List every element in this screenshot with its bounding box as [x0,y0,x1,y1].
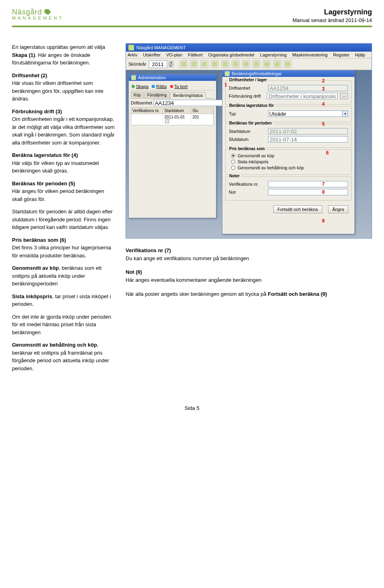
ver-label: Verifikations nr. [229,182,266,187]
leaf-icon [44,7,52,16]
heading-6: Pris beräknas som (6) [12,237,66,243]
toolbar: Skördeår ◄► [126,58,372,70]
plus-icon [132,85,135,88]
ratta-button[interactable]: Rätta [152,84,166,89]
admin-drift-label: Driftsenhet [131,100,152,105]
admin-title: Administration [138,75,166,80]
toolbar-icon-6[interactable] [232,60,240,68]
left-column: En lagerstatus upprättas genom att välja… [12,43,116,377]
menu-register[interactable]: Register [333,52,350,57]
settings-drift-value [268,85,348,91]
heading-4: Beräkna lagerstatus för (4) [12,152,78,158]
group-driftsenheter: Driftsenheter / lager Driftsenhet Förbru… [225,80,352,104]
right-column: Näsgård MANAGEMENT Arkiv Utskrifter VO-p… [126,43,372,377]
admin-drift-combo[interactable]: ▾ [154,100,229,106]
settings-title: Beräkningsförutsättningar [232,71,282,76]
year-input[interactable] [149,60,167,68]
toolbar-icon-5[interactable] [221,60,229,68]
tab-kop[interactable]: Köp [131,92,144,98]
admin-window-icon [131,75,136,80]
toolbar-icon-4[interactable] [211,60,219,68]
typ-label: Typ [229,111,266,116]
menu-lagerstyrning[interactable]: Lagerstyrning [260,52,287,57]
settings-forb-value[interactable] [267,93,338,99]
toolbar-icon-7[interactable] [242,60,250,68]
menu-hjalp[interactable]: Hjälp [355,52,365,57]
delete-icon [170,85,173,88]
doc-subtitle: Manual senast ändrad 2011-09-14 [292,17,372,23]
heading-5: Beräknas för perioden (5) [12,181,75,187]
group-pris: Pris beräknas som Genomsnitt av köp Sist… [225,149,352,175]
settings-window: Beräkningsförutsättningar Driftsenheter … [222,70,355,234]
admin-grid-row[interactable]: 2011-01-01 201 [131,114,214,125]
logo: Näsgård MANAGEMENT [12,8,64,20]
calendar-icon[interactable] [165,119,169,123]
page-header: Näsgård MANAGEMENT Lagerstyrning Manual … [12,8,372,27]
group-noter: Noter Verifikations nr. Not [225,177,352,201]
not-input[interactable] [268,189,348,195]
heading-3: Förbrukning drift (3) [12,108,62,114]
menu-utskrifter[interactable]: Utskrifter [143,52,160,57]
toolbar-icon-2[interactable] [190,60,198,68]
start-value [268,128,348,134]
logo-text-top: Näsgård [12,8,42,16]
toolbar-icon-11[interactable] [284,60,292,68]
radio-icon [231,154,235,158]
toolbar-icon-3[interactable] [200,60,208,68]
app-screenshot: Näsgård MANAGEMENT Arkiv Utskrifter VO-p… [126,43,372,239]
ver-input[interactable] [268,181,348,187]
toolbar-icon-10[interactable] [273,60,281,68]
year-label: Skördeår [128,62,146,66]
slut-label: Slutdatum [229,137,266,142]
app-title: Näsgård MANAGEMENT [136,45,186,50]
year-spinner[interactable]: ◄► [169,61,173,67]
group-period: Beräknas för perioden Startdatum Slutdat… [225,124,352,148]
group-lagerstatus: Beräkna lagerstatus för Typ ▾ [225,106,352,122]
menu-faltkort[interactable]: Fältkort [188,52,203,57]
tab-berakning[interactable]: Beräkning/status [170,92,206,98]
tab-forsaljning[interactable]: Försäljning [144,92,170,98]
chevron-down-icon[interactable]: ▾ [342,110,348,117]
toolbar-icon-9[interactable] [263,60,271,68]
toolbar-icon-8[interactable] [252,60,260,68]
radio-icon [231,160,235,164]
menu-organiska[interactable]: Organiska gödselmedel [208,52,255,57]
settings-forb-label: Förbrukning drift [229,94,264,98]
admin-drift-input[interactable] [154,100,224,106]
not-label: Not [229,190,266,195]
tabort-button[interactable]: Ta bort [170,84,188,89]
menu-maskin[interactable]: Maskininvestering [292,52,328,57]
settings-drift-label: Driftsenhet [229,86,266,90]
radio-icon [231,166,235,170]
settings-window-icon [225,71,230,76]
menu-arkiv[interactable]: Arkiv [128,52,137,57]
radio-genomsnitt-kop[interactable]: Genomsnitt av köp [231,153,348,158]
logo-text-bottom: MANAGEMENT [12,16,64,20]
typ-input[interactable] [268,110,342,117]
edit-icon [152,85,155,88]
radio-sista-inkopspris[interactable]: Sista inköpspris [231,159,348,164]
heading-2: Driftsenhet (2) [12,72,47,78]
skapa-button[interactable]: Skapa [132,84,148,89]
angra-button[interactable]: Ångra [328,205,348,213]
fortsatt-button[interactable]: Fortsätt och beräkna [273,205,322,213]
ellipsis-button[interactable]: … [340,93,348,99]
slut-value[interactable] [268,136,348,142]
app-titlebar: Näsgård MANAGEMENT [126,44,372,52]
admin-tabs: Köp Försäljning Beräkning/status [131,92,214,98]
typ-combo[interactable]: ▾ [268,110,348,117]
settings-titlebar: Beräkningsförutsättningar [222,70,354,77]
app-icon [128,45,134,50]
right-text-block: Verifikations nr (7) Du kan ange ett ver… [126,247,372,298]
admin-grid-header: Verifikations nr. Startdatum Slu [131,107,214,114]
menubar[interactable]: Arkiv Utskrifter VO-plan Fältkort Organi… [126,52,372,58]
radio-genomsnitt-behallning[interactable]: Genomsnitt av behållning och köp [231,165,348,170]
heading-7: Verifikations nr (7) [126,247,171,253]
menu-voplan[interactable]: VO-plan [166,52,182,57]
toolbar-icon-1[interactable] [180,60,188,68]
workspace: 1 2 3 4 5 6 7 8 9 Administration [126,70,372,238]
heading-8: Not (8) [126,269,142,275]
admin-titlebar: Administration [129,74,216,81]
doc-title: Lagerstyrning [292,8,372,16]
admin-window: Administration Skapa Rätta Ta bort Köp F… [128,74,216,218]
